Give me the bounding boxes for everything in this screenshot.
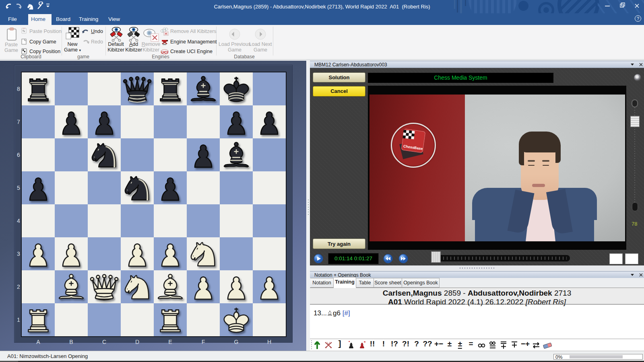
svg-text:UCI: UCI xyxy=(161,50,168,54)
